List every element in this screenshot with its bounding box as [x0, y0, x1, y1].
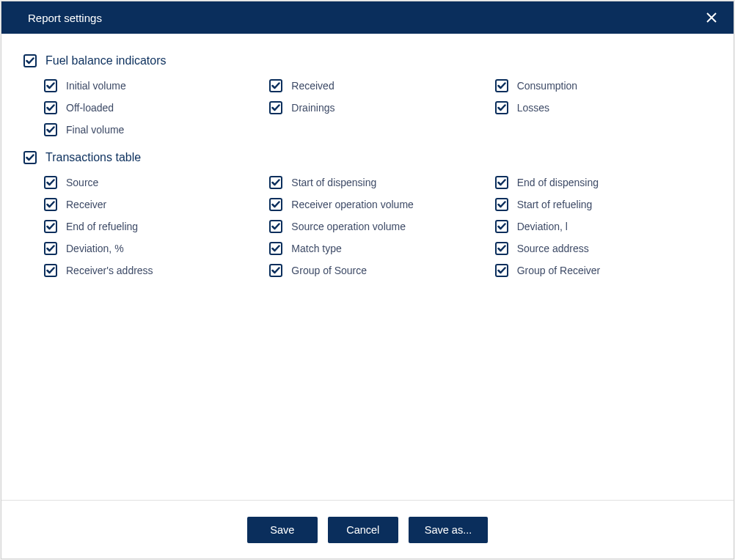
cb-row-initial-volume: Initial volume — [44, 79, 260, 92]
check-icon — [497, 201, 506, 208]
checkbox[interactable] — [269, 79, 282, 92]
check-icon — [271, 82, 280, 89]
checkbox[interactable] — [269, 198, 282, 211]
checkbox[interactable] — [495, 264, 508, 277]
cb-label[interactable]: Match type — [291, 243, 341, 254]
cb-row-receiver-op-volume: Receiver operation volume — [269, 198, 486, 211]
cb-row-deviation-pct: Deviation, % — [44, 242, 260, 255]
cb-row-match-type: Match type — [269, 242, 486, 255]
cb-label[interactable]: Group of Source — [291, 265, 367, 276]
cb-row-losses: Losses — [495, 101, 712, 114]
cb-label[interactable]: Source — [66, 177, 98, 188]
close-button[interactable] — [701, 7, 722, 28]
dialog-footer: Save Cancel Save as... — [1, 500, 734, 559]
section-title-label: Transactions table — [45, 151, 141, 164]
cb-label[interactable]: Receiver — [66, 199, 106, 210]
checkbox[interactable] — [44, 101, 57, 114]
checkbox[interactable] — [44, 242, 57, 255]
cb-label[interactable]: Deviation, l — [517, 221, 568, 232]
cb-label[interactable]: Source address — [517, 243, 589, 254]
titlebar: Report settings — [1, 1, 734, 34]
cb-row-deviation-l: Deviation, l — [495, 220, 712, 233]
cb-label[interactable]: Start of dispensing — [291, 177, 376, 188]
check-icon — [26, 154, 34, 161]
cb-row-group-source: Group of Source — [269, 264, 486, 277]
checkbox[interactable] — [44, 79, 57, 92]
cb-row-receiver: Receiver — [44, 198, 260, 211]
check-icon — [497, 223, 506, 230]
section-transactions: Transactions table Source Start of dispe… — [23, 151, 712, 277]
cb-label[interactable]: Consumption — [517, 80, 578, 92]
checkbox-transactions[interactable] — [23, 151, 37, 164]
cb-row-consumption: Consumption — [495, 79, 712, 92]
cb-label[interactable]: Receiver's address — [66, 265, 153, 276]
save-button[interactable]: Save — [247, 517, 318, 543]
check-icon — [497, 245, 506, 252]
check-icon — [271, 245, 280, 252]
fuel-balance-items: Initial volume Received Consumption Off-… — [23, 79, 712, 136]
close-icon — [706, 12, 717, 23]
cb-label[interactable]: Losses — [517, 102, 549, 114]
dialog-body: Fuel balance indicators Initial volume R… — [1, 34, 734, 500]
check-icon — [46, 201, 55, 208]
cb-label[interactable]: End of refueling — [66, 221, 138, 232]
cb-row-group-receiver: Group of Receiver — [495, 264, 712, 277]
cb-label[interactable]: Group of Receiver — [517, 265, 601, 276]
cancel-button[interactable]: Cancel — [328, 517, 398, 543]
transactions-items: Source Start of dispensing End of dispen… — [23, 176, 712, 277]
save-as-button[interactable]: Save as... — [409, 517, 488, 543]
checkbox[interactable] — [495, 220, 508, 233]
checkbox[interactable] — [44, 198, 57, 211]
checkbox[interactable] — [269, 220, 282, 233]
checkbox[interactable] — [269, 101, 282, 114]
cb-row-source-op-volume: Source operation volume — [269, 220, 486, 233]
check-icon — [271, 179, 280, 186]
section-header: Transactions table — [23, 151, 712, 164]
cb-label[interactable]: End of dispensing — [517, 177, 599, 188]
cb-label[interactable]: Deviation, % — [66, 243, 124, 254]
checkbox[interactable] — [44, 123, 57, 136]
cb-row-source-address: Source address — [495, 242, 712, 255]
checkbox[interactable] — [269, 264, 282, 277]
checkbox[interactable] — [269, 242, 282, 255]
cb-row-end-refueling: End of refueling — [44, 220, 260, 233]
checkbox[interactable] — [495, 242, 508, 255]
cb-label[interactable]: Receiver operation volume — [291, 199, 414, 210]
cb-row-start-dispensing: Start of dispensing — [269, 176, 486, 189]
check-icon — [46, 82, 55, 89]
checkbox[interactable] — [44, 264, 57, 277]
check-icon — [497, 82, 506, 89]
check-icon — [271, 267, 280, 274]
cb-label[interactable]: Final volume — [66, 124, 124, 136]
checkbox[interactable] — [44, 220, 57, 233]
check-icon — [271, 104, 280, 111]
cb-label[interactable]: Initial volume — [66, 80, 126, 92]
checkbox[interactable] — [495, 101, 508, 114]
checkbox[interactable] — [495, 79, 508, 92]
checkbox-fuel-balance[interactable] — [23, 54, 37, 67]
checkbox[interactable] — [44, 176, 57, 189]
cb-label[interactable]: Off-loaded — [66, 102, 114, 114]
cb-label[interactable]: Start of refueling — [517, 199, 593, 210]
cb-label[interactable]: Received — [291, 80, 334, 92]
report-settings-dialog: Report settings Fuel balance indicators … — [1, 1, 734, 559]
dialog-title: Report settings — [28, 12, 102, 24]
cb-label[interactable]: Source operation volume — [291, 221, 406, 232]
check-icon — [46, 267, 55, 274]
check-icon — [26, 57, 34, 65]
cb-row-end-dispensing: End of dispensing — [495, 176, 712, 189]
cb-label[interactable]: Drainings — [291, 102, 334, 114]
cb-row-source: Source — [44, 176, 260, 189]
cb-row-off-loaded: Off-loaded — [44, 101, 260, 114]
check-icon — [497, 104, 506, 111]
checkbox[interactable] — [269, 176, 282, 189]
check-icon — [46, 223, 55, 230]
checkbox[interactable] — [495, 198, 508, 211]
cb-row-final-volume: Final volume — [44, 123, 260, 136]
check-icon — [271, 223, 280, 230]
check-icon — [46, 104, 55, 111]
check-icon — [46, 179, 55, 186]
checkbox[interactable] — [495, 176, 508, 189]
check-icon — [46, 126, 55, 133]
section-title-label: Fuel balance indicators — [45, 54, 167, 67]
